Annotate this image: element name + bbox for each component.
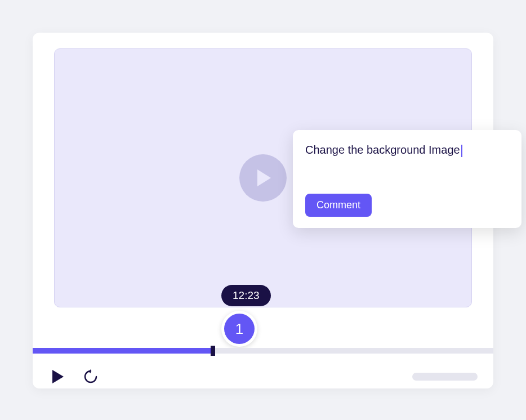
- comment-marker-number: 1: [224, 314, 255, 344]
- volume-placeholder: [412, 373, 478, 381]
- comment-marker[interactable]: 1: [221, 311, 257, 347]
- progress-fill: [33, 348, 213, 354]
- comment-input[interactable]: Change the background Image: [305, 144, 460, 157]
- comment-popup: Change the background Image Comment: [293, 130, 521, 228]
- controls-bar: [33, 365, 493, 388]
- text-cursor: [461, 145, 462, 157]
- play-icon: [256, 168, 273, 187]
- progress-handle[interactable]: [211, 346, 215, 356]
- timestamp-badge: 12:23: [221, 285, 271, 306]
- play-icon: [51, 369, 65, 384]
- replay-icon: [83, 369, 98, 384]
- play-button[interactable]: [50, 368, 66, 385]
- replay-button[interactable]: [82, 368, 99, 385]
- play-center-button[interactable]: [239, 154, 287, 202]
- comment-button[interactable]: Comment: [305, 194, 372, 217]
- progress-track[interactable]: [33, 348, 493, 354]
- comment-text-content: Change the background Image: [305, 144, 460, 156]
